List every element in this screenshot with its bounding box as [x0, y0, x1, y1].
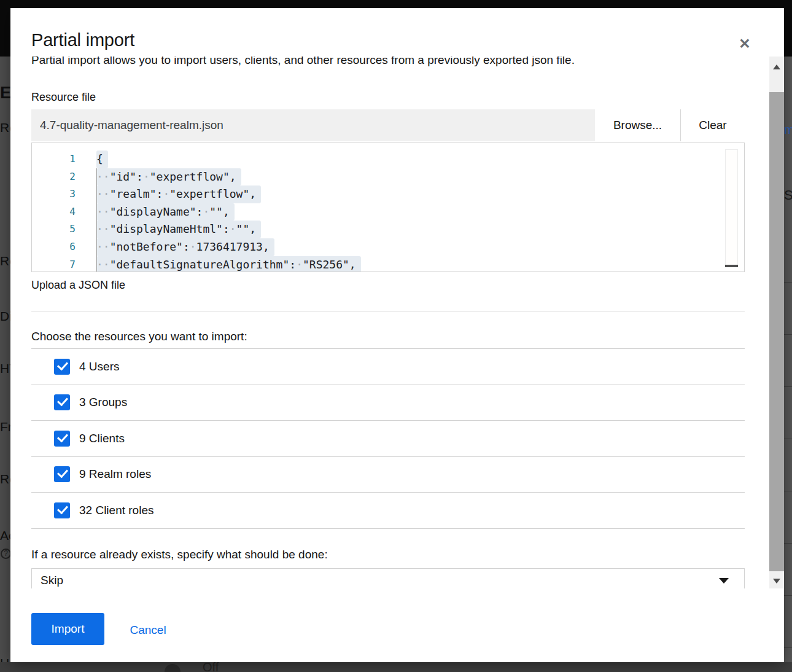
- resource-row: 3 Groups: [31, 385, 745, 421]
- bg-toggle-label: Off: [203, 662, 219, 672]
- resource-row: 9 Realm roles: [31, 457, 745, 493]
- background-page-left-edge: E Re Re Di HT Fr Re Ac ? Us: [0, 57, 10, 662]
- browse-button[interactable]: Browse...: [595, 109, 680, 141]
- resource-row: 32 Client roles: [31, 493, 745, 529]
- resource-checkbox[interactable]: [54, 502, 70, 518]
- dialog-scrollbar[interactable]: [769, 57, 784, 588]
- code-line: 1{: [32, 150, 744, 168]
- help-icon: ?: [1, 549, 10, 559]
- bg-fragment: Re: [0, 120, 10, 135]
- import-button[interactable]: Import: [31, 613, 104, 645]
- policy-label: If a resource already exists, specify wh…: [31, 548, 745, 561]
- policy-selected-value: Skip: [41, 574, 63, 587]
- dialog-scrollbar-thumb[interactable]: [769, 92, 784, 571]
- upload-helper-text: Upload a JSON file: [31, 279, 745, 292]
- code-line: 5··"displayNameHtml":·"",: [32, 221, 744, 238]
- resource-checkbox[interactable]: [54, 431, 70, 447]
- clear-button[interactable]: Clear: [680, 109, 745, 141]
- json-code-editor[interactable]: 1{2··"id":·"expertflow",3··"realm":·"exp…: [31, 143, 745, 272]
- bg-fragment: Us: [0, 656, 10, 662]
- code-lines: 1{2··"id":·"expertflow",3··"realm":·"exp…: [32, 150, 744, 272]
- partial-import-dialog: Partial import ✕ Partial import allows y…: [10, 8, 784, 662]
- dialog-body: Partial import allows you to import user…: [10, 57, 769, 588]
- resource-label: 9 Realm roles: [79, 467, 151, 481]
- cancel-button[interactable]: Cancel: [130, 623, 166, 637]
- dialog-title: Partial import: [31, 30, 134, 50]
- file-name-input[interactable]: [31, 109, 595, 141]
- bg-fragment: Re: [0, 472, 10, 486]
- bg-fragment: Re: [0, 254, 10, 268]
- editor-scrollbar-thumb[interactable]: [725, 265, 738, 267]
- policy-select[interactable]: Skip: [31, 568, 745, 589]
- resource-checkbox[interactable]: [54, 394, 70, 410]
- bg-fragment: E: [0, 84, 10, 103]
- file-upload-control: Browse... Clear: [31, 109, 745, 141]
- scroll-up-icon[interactable]: [773, 64, 780, 69]
- indent-guide: [96, 168, 97, 272]
- resource-label: 4 Users: [79, 360, 119, 373]
- resource-list: 4 Users 3 Groups 9 Clients 9 Realm roles…: [31, 348, 745, 529]
- resource-file-label: Resource file: [31, 91, 745, 104]
- resource-row: 4 Users: [31, 349, 745, 385]
- bg-fragment: HT: [0, 361, 10, 376]
- divider: [31, 311, 745, 311]
- resource-checkbox[interactable]: [54, 359, 70, 375]
- resource-label: 32 Client roles: [79, 504, 153, 517]
- bg-toggle-icon: [165, 664, 181, 672]
- background-page-bottom-edge: Off: [0, 662, 792, 672]
- bg-row-lines: [784, 230, 792, 662]
- editor-scrollbar[interactable]: [725, 149, 738, 267]
- scroll-down-icon[interactable]: [773, 579, 780, 584]
- chevron-down-icon: [719, 578, 729, 584]
- choose-resources-label: Choose the resources you want to import:: [31, 330, 745, 343]
- code-line: 6··"notBefore":·1736417913,: [32, 238, 744, 256]
- close-icon[interactable]: ✕: [735, 34, 755, 53]
- bg-fragment: Ac: [0, 528, 10, 543]
- bg-fragment: Se: [784, 187, 792, 203]
- resource-checkbox[interactable]: [54, 466, 70, 482]
- bg-fragment-link: m: [784, 123, 792, 137]
- code-line: 7··"defaultSignatureAlgorithm":·"RS256",: [32, 256, 744, 272]
- dialog-description: Partial import allows you to import user…: [31, 57, 745, 68]
- resource-row: 9 Clients: [31, 421, 745, 457]
- code-line: 2··"id":·"expertflow",: [32, 168, 744, 186]
- code-line: 4··"displayName":·"",: [32, 203, 744, 221]
- resource-label: 3 Groups: [79, 396, 127, 409]
- bg-fragment: Di: [0, 309, 10, 324]
- background-page-right-edge: m Se: [784, 57, 792, 662]
- bg-fragment: Fr: [0, 420, 10, 434]
- code-line: 3··"realm":·"expertflow",: [32, 186, 744, 203]
- dialog-footer: Import Cancel: [10, 588, 784, 662]
- resource-label: 9 Clients: [79, 432, 125, 445]
